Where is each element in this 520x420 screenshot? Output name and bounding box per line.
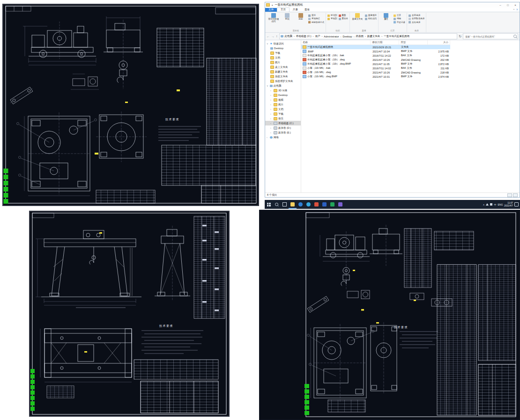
sidebar-item-pinned-folder[interactable]: 系统维护文件夹 <box>265 79 301 83</box>
cut-button[interactable]: 剪切 <box>308 14 324 17</box>
file-row[interactable]: .BMP 2021/4/7 10:34 BMP 文件 2,975 KB <box>301 49 450 53</box>
file-row[interactable]: 小车（10t M6）.dwg 2021/4/7 10:26 ZWCAD Draw… <box>301 70 450 74</box>
properties-button[interactable]: 属性 <box>380 13 392 21</box>
language-indicator[interactable]: ENG <box>498 203 503 206</box>
taskbar-edge-button[interactable] <box>305 200 312 209</box>
sidebar-item-videos[interactable]: 视频 <box>265 97 301 102</box>
chevron-right-icon[interactable] <box>270 112 273 115</box>
chevron-right-icon[interactable] <box>270 108 273 111</box>
sidebar-item-local-disk-c[interactable]: 本地磁盘 (C:) <box>265 121 301 125</box>
breadcrumb[interactable]: 此电脑 本地磁盘 (C:) 用户 Administrator Desktop 内… <box>279 33 458 39</box>
chevron-right-icon[interactable] <box>270 126 273 129</box>
chevron-right-icon[interactable] <box>270 94 273 96</box>
sidebar-item-pinned-folder[interactable]: 系统文件夹 <box>265 74 301 79</box>
tab-view[interactable]: 查看 <box>301 8 313 12</box>
select-none-button[interactable]: 全部取消选择 <box>409 17 424 20</box>
tab-share[interactable]: 共享 <box>290 8 301 12</box>
easy-access-button[interactable]: 轻松访问 <box>365 17 377 20</box>
breadcrumb-segment[interactable]: 新建文件夹 <box>367 35 383 38</box>
close-button[interactable] <box>512 3 519 7</box>
quick-access-toolbar-dropdown-icon[interactable] <box>272 4 273 7</box>
help-icon[interactable] <box>516 8 518 11</box>
copy-to-button[interactable]: 复制到 <box>327 17 337 20</box>
title-bar[interactable]: 一垂吊钩式起重机图纸 <box>265 2 520 7</box>
taskbar-app-button[interactable] <box>320 200 328 209</box>
sidebar-item-pictures[interactable]: 图片 <box>265 60 301 65</box>
sidebar-item-pinned-folder[interactable]: 桌上文件夹 <box>265 65 301 69</box>
search-input[interactable] <box>464 35 513 38</box>
details-view-button[interactable] <box>507 193 512 197</box>
chevron-right-icon[interactable] <box>270 98 273 101</box>
column-date[interactable]: 修改日期 <box>371 40 399 44</box>
tab-home[interactable]: 主页 <box>277 7 290 12</box>
maximize-button[interactable] <box>505 3 511 7</box>
sidebar-item-volume-e[interactable]: 新加卷 (E:) <box>265 130 301 135</box>
chevron-right-icon[interactable] <box>270 122 273 125</box>
paste-shortcut-button[interactable]: 粘贴快捷方式 <box>308 21 324 24</box>
tray-overflow-chevron-icon[interactable] <box>483 203 485 206</box>
file-row[interactable]: 小车（10t M6）.bak 2016/7/11 14:02 BAK 文件 21… <box>301 66 450 70</box>
sidebar-item-documents-pc[interactable]: 文档 <box>265 107 301 111</box>
file-row[interactable]: 吊钩起重机起重小车（10t）.bak 2016/7/11 14:22 BAK 文… <box>301 53 450 58</box>
copy-path-button[interactable]: 复制路径 <box>308 17 324 20</box>
chevron-right-icon[interactable] <box>270 103 273 106</box>
minimize-button[interactable] <box>497 3 504 7</box>
taskbar-clock[interactable]: 11:07 2021/4/7 <box>504 202 513 207</box>
invert-selection-button[interactable]: 反向选择 <box>409 21 424 24</box>
breadcrumb-segment[interactable]: 内基图 <box>356 35 367 38</box>
sidebar-network[interactable]: 网络 <box>265 135 301 140</box>
history-button[interactable]: 历史记录 <box>394 21 405 24</box>
search-box[interactable] <box>463 33 518 39</box>
task-view-button[interactable] <box>281 200 289 209</box>
sidebar-item-downloads-pc[interactable]: 下载 <box>265 111 301 116</box>
sidebar-item-downloads[interactable]: 下载 <box>265 51 301 55</box>
taskbar-browser-button[interactable] <box>297 200 305 209</box>
sidebar-item-pictures-pc[interactable]: 图片 <box>265 102 301 107</box>
edit-button[interactable]: 编辑 <box>394 17 405 20</box>
sidebar-item-volume-d[interactable]: 新加卷 (D:) <box>265 125 301 130</box>
sidebar-this-pc[interactable]: 此电脑 <box>265 83 301 88</box>
new-folder-button[interactable]: 新建文件夹 <box>351 13 364 21</box>
tab-file[interactable]: 文件 <box>265 8 277 12</box>
sidebar-item-3d-objects[interactable]: 3D 对象 <box>265 88 301 93</box>
forward-button[interactable] <box>271 35 275 38</box>
back-button[interactable] <box>267 35 270 38</box>
file-row[interactable]: 一垂吊钩式起重机图纸 2021/3/29 15:21 文件夹 <box>301 45 450 49</box>
open-button[interactable]: 打开 <box>394 14 405 17</box>
thumbnails-view-button[interactable] <box>513 193 518 197</box>
file-row[interactable]: 吊钩起重机起重小车（10t）.dwg.BMP 2021/4/7 11:05 BM… <box>301 62 450 66</box>
sidebar-item-pinned-folder[interactable]: 新建文件夹 <box>265 69 301 74</box>
sidebar-item-desktop-pc[interactable]: Desktop <box>265 93 301 97</box>
ime-indicator[interactable]: 中 <box>494 203 496 206</box>
column-name[interactable]: 名称 <box>301 40 371 44</box>
up-button[interactable] <box>276 35 278 38</box>
copy-button[interactable]: 复制 <box>281 13 293 21</box>
pin-to-quick-access-button[interactable]: 固定到快速访问 <box>267 13 280 23</box>
sidebar-item-music[interactable]: 音乐 <box>265 116 301 121</box>
chevron-right-icon[interactable] <box>270 117 273 120</box>
delete-button[interactable]: 删除 <box>339 14 349 17</box>
taskbar-app-button[interactable] <box>328 200 336 209</box>
taskbar-app-button[interactable] <box>336 200 344 209</box>
breadcrumb-segment[interactable]: 用户 <box>314 35 323 38</box>
rename-button[interactable]: 重命名 <box>339 17 349 20</box>
column-type[interactable]: 类型 <box>399 40 428 44</box>
chevron-right-icon[interactable] <box>267 136 269 139</box>
sidebar-item-documents[interactable]: 文档 <box>265 55 301 60</box>
chevron-down-icon[interactable] <box>267 42 269 45</box>
ribbon-collapse-icon[interactable] <box>513 8 514 11</box>
breadcrumb-segment[interactable]: Administrator <box>323 35 342 38</box>
start-button[interactable] <box>265 200 273 209</box>
volume-icon[interactable] <box>486 203 489 206</box>
new-item-button[interactable]: 新建项目 <box>365 14 377 17</box>
column-size[interactable]: 大小 <box>428 40 450 44</box>
move-to-button[interactable]: 移动到 <box>327 14 337 17</box>
breadcrumb-segment[interactable]: 一垂吊钩式起重机图纸 <box>383 35 410 38</box>
paste-button[interactable]: 粘贴 <box>295 13 307 21</box>
refresh-icon[interactable] <box>459 35 461 38</box>
chevron-right-icon[interactable] <box>270 131 273 134</box>
taskbar-explorer-button[interactable] <box>289 200 297 209</box>
select-all-button[interactable]: 全部选择 <box>409 14 424 17</box>
action-center-icon[interactable] <box>514 202 519 206</box>
breadcrumb-segment[interactable]: 本地磁盘 (C:) <box>296 35 315 38</box>
